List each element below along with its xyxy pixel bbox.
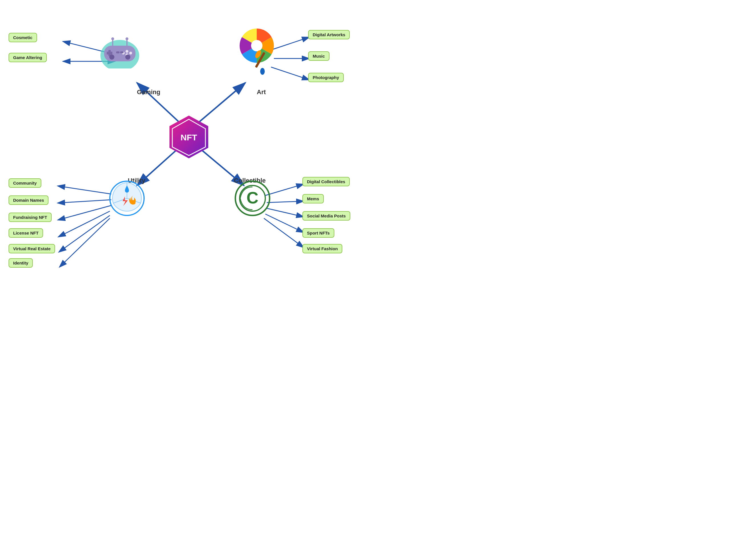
svg-point-41 [251,40,262,51]
collectible-icon: C [234,180,271,218]
svg-point-44 [260,68,265,75]
svg-line-15 [64,215,110,248]
nft-diagram: NFT Gaming [0,0,378,268]
svg-point-40 [126,37,128,40]
virtual-real-estate-label: Virtual Real Estate [9,244,55,253]
music-label: Music [308,51,330,61]
svg-rect-33 [116,51,120,53]
svg-line-18 [267,201,304,203]
gaming-label: Gaming [137,89,160,96]
nft-hexagon: NFT [166,114,212,160]
svg-rect-28 [107,52,112,55]
svg-point-38 [111,37,114,40]
svg-line-16 [64,218,110,263]
photography-label: Photography [308,73,344,82]
utility-icon [108,180,145,218]
sport-nfts-label: Sport NFTs [302,228,334,238]
svg-line-12 [64,200,111,203]
svg-text:C: C [247,188,259,207]
cosmetic-label: Cosmetic [9,33,37,42]
svg-point-29 [126,50,128,53]
svg-rect-34 [120,51,124,53]
svg-point-30 [129,52,132,55]
svg-point-36 [125,55,130,60]
community-label: Community [9,178,41,188]
license-nft-label: License NFT [9,228,43,238]
svg-point-35 [109,55,114,60]
domain-names-label: Domain Names [9,195,49,205]
svg-line-20 [265,214,304,232]
art-icon [234,23,280,81]
digital-artworks-label: Digital Artworks [308,30,350,39]
svg-line-17 [265,184,304,195]
virtual-fashion-label: Virtual Fashion [302,244,342,253]
identity-label: Identity [9,258,33,268]
svg-line-13 [64,205,111,218]
gaming-icon [100,34,140,70]
svg-line-19 [267,208,304,217]
game-altering-label: Game Altering [9,53,47,62]
art-label: Art [257,89,266,96]
fundraising-nft-label: Fundraising NFT [9,213,52,222]
mems-label: Mems [302,194,324,203]
social-media-posts-label: Social Media Posts [302,211,350,221]
svg-line-11 [64,187,111,194]
svg-line-14 [64,211,110,234]
svg-text:NFT: NFT [180,133,197,142]
svg-line-21 [264,218,304,248]
digital-collectibles-label: Digital Collectibles [302,177,350,186]
